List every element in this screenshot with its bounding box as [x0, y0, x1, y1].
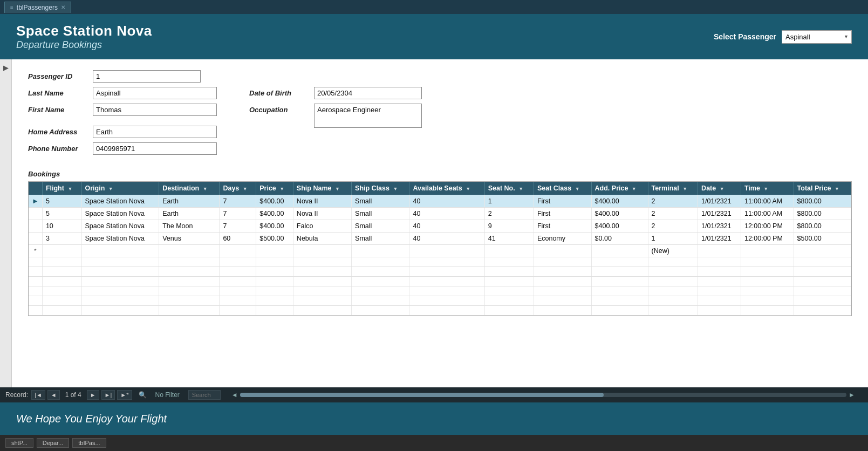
empty-cell — [293, 267, 351, 277]
passenger-select[interactable]: Aspinall Anderson Baker Carter Davis — [782, 30, 852, 44]
cell-days: 60 — [220, 233, 256, 245]
table-tab[interactable]: ≡ tblPassengers ✕ — [4, 2, 71, 13]
new-record-btn[interactable]: ►* — [117, 390, 132, 400]
cell-totalPrice: $800.00 — [794, 208, 851, 220]
content-row: ▶ Passenger ID Last Name Fir — [0, 59, 868, 387]
side-nav-arrow[interactable]: ▶ — [3, 64, 9, 72]
empty-cell — [698, 306, 741, 316]
empty-cell — [409, 306, 484, 316]
th-seat-class[interactable]: Seat Class ▼ — [534, 182, 591, 195]
th-destination[interactable]: Destination ▼ — [159, 182, 220, 195]
scrollbar-track[interactable] — [240, 393, 846, 397]
cell-price: $500.00 — [256, 233, 293, 245]
table-row[interactable]: ►5Space Station NovaEarth7$400.00Nova II… — [29, 195, 851, 208]
new-cell-seatNo — [484, 245, 534, 257]
empty-cell — [591, 296, 648, 306]
new-cell-shipName — [293, 245, 351, 257]
th-ship-class[interactable]: Ship Class ▼ — [352, 182, 409, 195]
empty-cell — [409, 277, 484, 286]
empty-cell — [42, 306, 81, 316]
cell-price: $400.00 — [256, 220, 293, 233]
th-days[interactable]: Days ▼ — [220, 182, 256, 195]
empty-cell — [648, 306, 698, 316]
table-row[interactable]: 5Space Station NovaEarth7$400.00Nova IIS… — [29, 208, 851, 220]
empty-cell — [81, 267, 159, 277]
empty-cell — [42, 286, 81, 296]
th-total-price[interactable]: Total Price ▼ — [794, 182, 851, 195]
search-input[interactable] — [188, 390, 221, 400]
home-address-input[interactable] — [93, 126, 217, 138]
cell-shipClass: Small — [352, 233, 409, 245]
passenger-form: Passenger ID Last Name First Name — [28, 70, 852, 159]
empty-cell — [159, 306, 220, 316]
empty-cell — [159, 257, 220, 267]
empty-cell — [81, 277, 159, 286]
side-nav[interactable]: ▶ — [0, 59, 12, 387]
empty-cell — [484, 306, 534, 316]
cell-time: 11:00:00 AM — [741, 208, 794, 220]
empty-cell — [534, 267, 591, 277]
cell-time: 11:00:00 AM — [741, 195, 794, 208]
occupation-input[interactable]: Aerospace Engineer — [314, 104, 422, 128]
th-origin[interactable]: Origin ▼ — [81, 182, 159, 195]
th-date[interactable]: Date ▼ — [698, 182, 741, 195]
empty-cell — [698, 257, 741, 267]
table-row[interactable]: 3Space Station NovaVenus60$500.00NebulaS… — [29, 233, 851, 245]
empty-row — [29, 286, 851, 296]
bottom-btn-1[interactable]: shtP... — [5, 438, 33, 448]
th-flight[interactable]: Flight ▼ — [42, 182, 81, 195]
new-cell-destination — [159, 245, 220, 257]
home-address-label: Home Address — [28, 126, 87, 136]
scroll-right-arrow[interactable]: ► — [846, 391, 857, 399]
empty-cell — [794, 286, 851, 296]
first-name-input[interactable] — [93, 104, 217, 116]
empty-cell — [220, 306, 256, 316]
empty-cell — [794, 257, 851, 267]
scroll-left-arrow[interactable]: ◄ — [229, 391, 240, 399]
th-selector — [29, 182, 42, 195]
header-title-section: Space Station Nova Departure Bookings — [16, 23, 152, 51]
phone-number-row: Phone Number — [28, 142, 217, 155]
bottom-btn-2[interactable]: Depar... — [37, 438, 70, 448]
empty-cell — [591, 267, 648, 277]
last-name-input[interactable] — [93, 87, 217, 99]
row-selector — [29, 208, 42, 220]
empty-cell — [484, 257, 534, 267]
cell-origin: Space Station Nova — [81, 208, 159, 220]
bottom-btn-3[interactable]: tbIPas... — [72, 438, 106, 448]
passenger-id-label: Passenger ID — [28, 70, 87, 80]
close-icon[interactable]: ✕ — [61, 4, 65, 10]
empty-cell — [741, 296, 794, 306]
phone-number-input[interactable] — [93, 142, 217, 155]
th-available-seats[interactable]: Available Seats ▼ — [409, 182, 484, 195]
empty-cell — [352, 306, 409, 316]
th-add-price[interactable]: Add. Price ▼ — [591, 182, 648, 195]
record-count: 1 of 4 — [65, 391, 81, 399]
th-terminal[interactable]: Terminal ▼ — [648, 182, 698, 195]
next-record-btn[interactable]: ► — [87, 390, 99, 400]
first-record-btn[interactable]: |◄ — [31, 390, 45, 400]
th-seat-no[interactable]: Seat No. ▼ — [484, 182, 534, 195]
cell-days: 7 — [220, 208, 256, 220]
record-label: Record: — [5, 391, 28, 399]
th-ship-name[interactable]: Ship Name ▼ — [293, 182, 351, 195]
empty-row-selector — [29, 257, 42, 267]
cell-shipName: Nebula — [293, 233, 351, 245]
th-time[interactable]: Time ▼ — [741, 182, 794, 195]
empty-cell — [42, 277, 81, 286]
table-new-row[interactable]: *(New) — [29, 245, 851, 257]
dob-input[interactable] — [314, 87, 422, 99]
last-record-btn[interactable]: ►| — [101, 390, 115, 400]
cell-origin: Space Station Nova — [81, 195, 159, 208]
empty-cell — [352, 257, 409, 267]
empty-cell — [220, 277, 256, 286]
passenger-select-wrapper[interactable]: Aspinall Anderson Baker Carter Davis — [782, 30, 852, 44]
table-row[interactable]: 10Space Station NovaThe Moon7$400.00Falc… — [29, 220, 851, 233]
passenger-id-input[interactable] — [93, 70, 201, 83]
tab-label: tblPassengers — [17, 4, 58, 11]
cell-flight: 5 — [42, 195, 81, 208]
prev-record-btn[interactable]: ◄ — [47, 390, 60, 400]
new-cell-totalPrice — [794, 245, 851, 257]
th-price[interactable]: Price ▼ — [256, 182, 293, 195]
empty-cell — [591, 257, 648, 267]
